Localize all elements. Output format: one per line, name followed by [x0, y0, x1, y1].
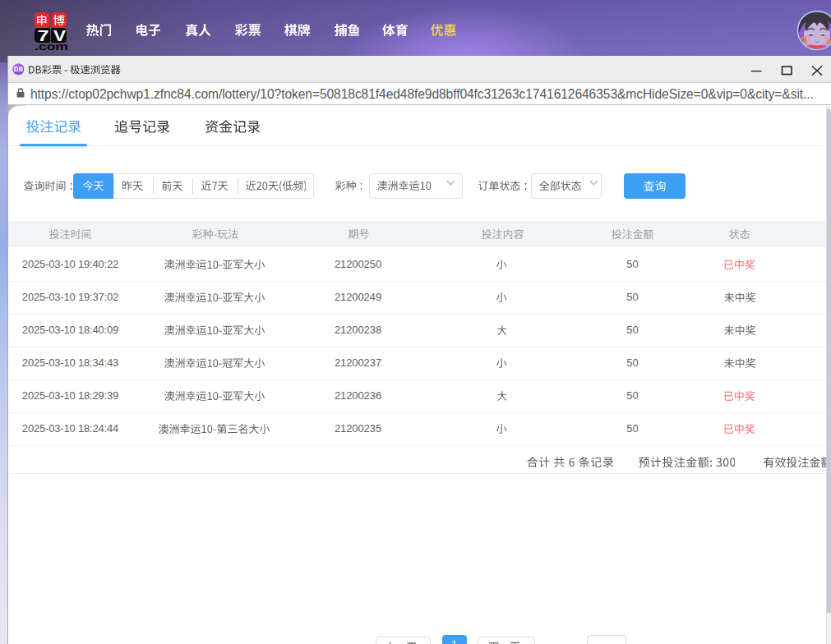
svg-text:.com: .com — [35, 43, 68, 51]
svg-text:DB: DB — [13, 67, 23, 74]
svg-text:7: 7 — [37, 28, 48, 43]
svg-text:V: V — [53, 28, 65, 43]
